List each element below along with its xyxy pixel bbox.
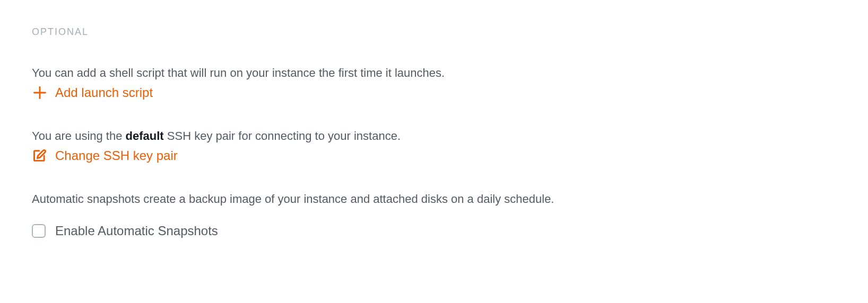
change-ssh-key-label: Change SSH key pair bbox=[55, 148, 178, 163]
launch-script-description: You can add a shell script that will run… bbox=[32, 64, 836, 82]
plus-icon bbox=[32, 85, 48, 101]
enable-auto-snapshots-label[interactable]: Enable Automatic Snapshots bbox=[55, 224, 218, 238]
enable-auto-snapshots-checkbox[interactable] bbox=[32, 224, 46, 238]
section-heading: OPTIONAL bbox=[32, 26, 836, 38]
change-ssh-key-button[interactable]: Change SSH key pair bbox=[32, 148, 178, 164]
ssh-key-desc-prefix: You are using the bbox=[32, 129, 126, 142]
optional-section: OPTIONAL You can add a shell script that… bbox=[32, 26, 836, 238]
edit-icon bbox=[32, 148, 48, 164]
ssh-key-description: You are using the default SSH key pair f… bbox=[32, 127, 836, 145]
enable-auto-snapshots-row[interactable]: Enable Automatic Snapshots bbox=[32, 224, 836, 238]
snapshots-description: Automatic snapshots create a backup imag… bbox=[32, 190, 589, 208]
ssh-key-desc-suffix: SSH key pair for connecting to your inst… bbox=[164, 129, 401, 142]
ssh-key-desc-bold: default bbox=[126, 129, 164, 142]
add-launch-script-label: Add launch script bbox=[55, 85, 153, 100]
add-launch-script-button[interactable]: Add launch script bbox=[32, 85, 153, 101]
